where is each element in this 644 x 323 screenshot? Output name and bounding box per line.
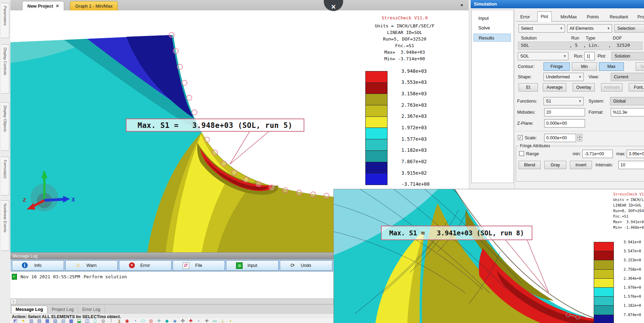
tab-resultant[interactable]: Resultant: [607, 12, 631, 21]
plot-type-field[interactable]: Solution: [611, 52, 644, 60]
font-button[interactable]: Font.: [629, 83, 644, 91]
toolbar-icon: ◗: [227, 318, 234, 323]
midsides-input[interactable]: 20: [544, 108, 585, 116]
scroll-left-arrow[interactable]: ‹: [11, 299, 17, 304]
zplane-input[interactable]: 0.000e+00: [544, 119, 585, 128]
run-input[interactable]: 1: [584, 52, 595, 60]
toolbar-icon: ✦: [20, 318, 27, 323]
message-log-list[interactable]: Nov 16 2021 03:55:25PM Perform solution: [10, 271, 333, 298]
elements-dropdown[interactable]: All Elements▼: [567, 24, 612, 33]
legend-line: LINEAR ID=SOL: [613, 202, 644, 208]
shape-dropdown[interactable]: Undeformed▼: [543, 73, 584, 81]
min-input[interactable]: -3.71e+00: [582, 150, 613, 158]
sidebar-tab-parameters[interactable]: Parameters: [1, 3, 9, 38]
sidebar-tab-label: Formula(e): [3, 160, 7, 178]
colorbar-value: 3.153e+0: [624, 255, 644, 264]
colorbar-value: 2.367e+03: [401, 111, 443, 122]
log-entry[interactable]: Nov 16 2021 03:55:25PM Perform solution: [12, 274, 332, 280]
invert-button[interactable]: Invert: [570, 161, 592, 169]
animate-button[interactable]: Animate: [601, 83, 623, 91]
solution-run: , 5: [569, 43, 577, 48]
tab-error-log[interactable]: Error Log: [78, 306, 105, 313]
tab-error[interactable]: Error: [517, 12, 533, 21]
simulation-titlebar[interactable]: Simulation: [471, 0, 644, 8]
button-label: Warn: [86, 263, 96, 268]
warn-filter-button[interactable]: ⚠ Warn: [65, 260, 118, 271]
selection-button[interactable]: Selection: [614, 24, 644, 33]
max-annotation[interactable]: Max. S1 = 3.948e+03 (SOL, run 5): [126, 119, 304, 132]
input-filter-button[interactable]: ▤ Input: [226, 260, 279, 271]
run-value: 1: [586, 54, 589, 59]
sidebar-tab-formulae[interactable]: Formula(e): [1, 157, 9, 195]
button-label: Info: [34, 263, 42, 268]
sidebar-tab-display-objects[interactable]: Display Objects: [1, 102, 9, 151]
view-field[interactable]: Current: [611, 73, 644, 81]
max-button[interactable]: Max: [599, 62, 624, 71]
horizontal-scrollbar[interactable]: ‹: [10, 298, 333, 304]
toolbar-icon: ▫: [195, 318, 202, 323]
warning-icon: ⚠: [75, 262, 81, 268]
chevron-down-icon[interactable]: ▼: [460, 3, 464, 7]
tab-points[interactable]: Points: [584, 12, 602, 21]
midsides-label: Midsides:: [517, 108, 536, 116]
column-run: Run: [571, 34, 579, 42]
nav-item-input[interactable]: Input: [473, 14, 511, 22]
close-icon[interactable]: ×: [56, 3, 59, 9]
range-checkbox[interactable]: [519, 151, 524, 156]
spin-up-icon[interactable]: ▲: [577, 134, 582, 138]
undo-filter-button[interactable]: ⟳ Undo: [280, 260, 332, 271]
format-input[interactable]: %11.3e: [611, 108, 644, 116]
average-button[interactable]: Average: [543, 83, 566, 91]
gray-button[interactable]: Gray: [544, 161, 566, 169]
nav-item-results[interactable]: Results: [473, 34, 511, 42]
system-field[interactable]: Global: [610, 97, 644, 105]
bottom-toolbar[interactable]: ◩✦▥▤▦▧▨▩⬓◫⬯◍⁞ʓ◉◔⬭◎✛◆◈✣✚▫✛▭⊥◗: [10, 318, 335, 323]
overlay-max-annotation[interactable]: Max. S1 = 3.941e+03 (SOL, run 8): [381, 226, 532, 240]
fringe-button[interactable]: Fringe: [543, 62, 570, 71]
legend-line: Units = INCH/LBF/: [613, 197, 644, 202]
scale-spinner[interactable]: ▲ ▼: [577, 134, 582, 142]
tab-minmax[interactable]: Min/Max: [557, 12, 580, 21]
toolbar-icon: ▨: [60, 318, 67, 323]
blend-button[interactable]: Blend: [519, 161, 541, 169]
sec-plot-button[interactable]: Sec. Pl: [636, 62, 644, 71]
toolbar-icon: ▧: [52, 318, 59, 323]
tab-graph-minmax[interactable]: Graph 1 - Min/Max: [70, 1, 118, 10]
tab-project-log[interactable]: Project Log: [47, 306, 78, 313]
message-log-titlebar[interactable]: Message Log: [10, 253, 333, 260]
solution-dropdown[interactable]: SOL▼: [518, 52, 568, 60]
max-input[interactable]: 3.95e+03: [627, 150, 644, 158]
legend-line: Max= 3.948e+03: [371, 49, 438, 55]
colorbar-swatch: [594, 288, 613, 297]
scale-checkbox[interactable]: ✓: [518, 135, 523, 140]
info-icon: i: [22, 262, 28, 268]
scale-input[interactable]: 0.000e+00: [544, 134, 576, 142]
info-filter-button[interactable]: i Info: [12, 260, 64, 271]
tab-message-log[interactable]: Message Log: [11, 306, 47, 313]
tab-underline: [516, 21, 644, 21]
scale-label: Scale:: [525, 134, 537, 142]
toolbar-icon: ▤: [36, 318, 43, 323]
divider: [516, 131, 644, 131]
select-mode-dropdown[interactable]: Select▼: [519, 24, 565, 33]
tab-new-project[interactable]: New Project ×: [22, 1, 64, 10]
nav-item-solve[interactable]: Solve: [473, 24, 511, 32]
error-filter-button[interactable]: ✕ Error: [119, 260, 172, 271]
et-button[interactable]: Et: [519, 83, 538, 91]
spin-down-icon[interactable]: ▼: [577, 138, 582, 141]
sidebar-tab-nonlinear-events[interactable]: Nonlinear Events: [1, 200, 9, 251]
min-button[interactable]: Min: [572, 62, 597, 71]
overlay-button[interactable]: Overlay: [573, 83, 595, 91]
text-caret: [589, 54, 590, 59]
file-filter-button[interactable]: Ø File: [173, 260, 225, 271]
colorbar-swatch: [366, 128, 387, 139]
colorbar-swatch: [366, 71, 387, 83]
tab-properties[interactable]: Properties: [634, 12, 644, 21]
colorbar-swatch: [594, 260, 613, 269]
tab-plot[interactable]: Plot: [537, 11, 552, 22]
intervals-input[interactable]: 10: [618, 161, 644, 169]
solution-list-row[interactable]: SOL , 5 , Lin. , 32520: [518, 42, 643, 50]
sidebar-tab-display-controls[interactable]: Display Controls: [1, 44, 9, 94]
functions-dropdown[interactable]: S1▼: [543, 97, 584, 105]
legend-title: StressCheck V1: [613, 191, 644, 197]
